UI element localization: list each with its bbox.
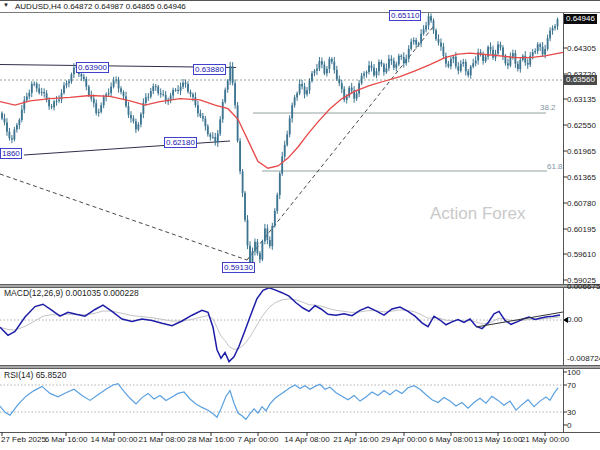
rsi-label: RSI(14) 65.8520 [4,370,66,380]
price-axis-label: 0.62550 [567,121,596,130]
time-axis-label: 21 Mar 08:00 [138,435,185,444]
time-axis-label: 6 May 08:00 [429,435,473,444]
macd-label: MACD(12,26,9) 0.001035 0.000228 [4,288,139,298]
price-axis-label: 0.63135 [567,95,596,104]
watermark: Action Forex [430,204,525,224]
time-axis-label: 13 May 16:00 [474,435,522,444]
trendline-price-label[interactable]: 0.63900 [76,62,109,73]
measurement-dashed-line-0 [0,174,247,260]
rsi-axis-label: 30 [567,408,576,417]
macd-axis-label: -0.008724 [567,354,600,363]
trendline-price-label[interactable]: 0.65110 [389,10,421,21]
window-title: AUDUSD,H4 0.64872 0.64987 0.64865 0.6494… [15,2,186,11]
macd-axis-label: 0.00 [567,315,583,324]
time-axis-label: 27 Feb 2025 [1,435,46,444]
support-trendline [24,141,230,155]
trendline-price-label[interactable]: 1860 [0,148,22,159]
window-caption: ▼ AUDUSD,H4 0.64872 0.64987 0.64865 0.64… [0,1,600,13]
macd-axis-label: 0.006675 [567,282,600,291]
fib-level-label: 61.8 [547,162,563,171]
time-axis-label: 28 Mar 16:00 [187,435,234,444]
price-axis-label: 0.61965 [567,147,596,156]
rsi-line [0,384,558,420]
price-axis-label: 0.60195 [567,225,596,234]
fib-level-label: 38.2 [540,103,556,112]
macd-signal-line [0,299,560,350]
panel-separator-rsi[interactable] [0,365,600,369]
rsi-axis-label: 0 [567,421,571,430]
time-axis-label: 29 Apr 00:00 [381,435,426,444]
time-axis-label: 6 Mar 16:00 [45,435,88,444]
price-axis-label: 0.59610 [567,250,596,259]
time-axis-label: 14 Mar 00:00 [90,435,137,444]
price-axis-label: 0.60780 [567,199,596,208]
trendline-price-label[interactable]: 0.63880 [193,64,226,75]
trendline-price-label[interactable]: 0.62180 [164,137,197,148]
time-axis-label: 21 Apr 16:00 [333,435,378,444]
rsi-axis-label: 100 [567,368,580,377]
candles [1,13,558,269]
rsi-axis-label: 70 [567,381,576,390]
time-axis-label: 21 May 00:00 [521,435,569,444]
time-axis-label: 7 Apr 00:00 [238,435,279,444]
symbol-dropdown-icon[interactable]: ▼ [3,2,9,8]
chart-window: ▼ AUDUSD,H4 0.64872 0.64987 0.64865 0.64… [0,0,600,450]
price-badge: 0.64946 [564,14,597,24]
price-axis-label: 0.61365 [567,173,596,182]
price-axis-label: 0.64305 [567,44,596,53]
price-badge: 0.63560 [564,75,597,85]
macd-line [0,288,560,362]
trendline-price-label[interactable]: 0.59130 [222,262,255,273]
time-axis-label: 14 Apr 08:00 [284,435,329,444]
